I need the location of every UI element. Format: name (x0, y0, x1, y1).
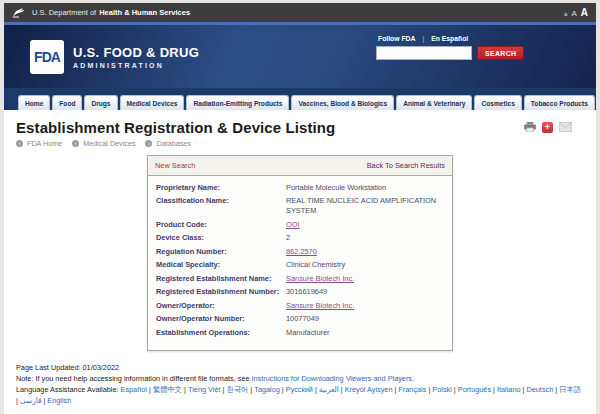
viewers-players-link[interactable]: Instructions for Downloading Viewers and… (252, 374, 415, 383)
dept-prefix[interactable]: U.S. Department of (32, 8, 96, 17)
language-link[interactable]: English (47, 396, 71, 405)
language-link[interactable]: 繁體中文 (153, 385, 182, 394)
breadcrumb-item[interactable]: Databases (156, 139, 190, 148)
hhs-top-bar: U.S. Department of Health & Human Servic… (4, 3, 596, 22)
agency-title: U.S. FOOD & DRUG (73, 45, 199, 60)
record-box-header: New Search Back To Search Results (148, 156, 452, 176)
font-size-small[interactable]: a (564, 11, 567, 17)
fda-logo[interactable]: FDA (30, 40, 64, 74)
font-size-large[interactable]: A (581, 7, 588, 18)
search-area: SEARCH (376, 46, 516, 60)
breadcrumb-item[interactable]: FDA Home (27, 139, 62, 148)
language-link[interactable]: Italiano (497, 385, 521, 394)
hhs-eagle-icon (12, 7, 26, 19)
field-label: Owner/Operator Number: (156, 314, 286, 324)
email-icon[interactable] (559, 122, 572, 132)
language-link[interactable]: Português (458, 385, 491, 394)
table-row: Registered Establishment Name:Sansure Bi… (156, 274, 444, 284)
font-size-controls: a A A (564, 7, 588, 18)
follow-fda-link[interactable]: Follow FDA (378, 35, 415, 42)
header-links: Follow FDA | En Español (378, 35, 516, 42)
field-label: Registered Establishment Name: (156, 274, 286, 284)
print-icon[interactable] (524, 122, 536, 132)
field-label: Medical Specialty: (156, 260, 286, 270)
table-row: Registered Establishment Number:30166196… (156, 287, 444, 297)
language-link[interactable]: Deutsch (526, 385, 553, 394)
field-value-link[interactable]: Sansure Biotech Inc. (286, 274, 444, 284)
agency-subtitle: ADMINISTRATION (73, 62, 199, 69)
language-prefix: Language Assistance Available: (16, 385, 121, 394)
language-link[interactable]: Français (398, 385, 426, 394)
dept-name[interactable]: Health & Human Services (99, 8, 190, 17)
field-label: Device Class: (156, 233, 286, 243)
table-row: Owner/Operator:Sansure Biotech Inc. (156, 301, 444, 311)
language-link[interactable]: فارسی (20, 396, 41, 405)
table-row: Product Code:OOI (156, 220, 444, 230)
language-assistance: Language Assistance Available: Español |… (16, 385, 584, 407)
page-action-icons: + (524, 122, 572, 133)
language-link[interactable]: Русский (286, 385, 313, 394)
back-to-results-link[interactable]: Back To Search Results (367, 161, 445, 170)
table-row: Establishment Operations:Manufacturer (156, 328, 444, 338)
language-link[interactable]: Tagalog (254, 385, 280, 394)
language-link[interactable]: العربية (319, 385, 339, 394)
en-espanol-link[interactable]: En Español (431, 35, 468, 42)
field-label: Regulation Number: (156, 247, 286, 257)
nav-tab-radiation-emitting-products[interactable]: Radiation-Emitting Products (186, 95, 289, 110)
main-nav: HomeFoodDrugsMedical DevicesRadiation-Em… (4, 88, 596, 110)
font-size-medium[interactable]: A (571, 9, 576, 18)
field-value: Clinical Chemistry (286, 260, 444, 270)
table-row: Owner/Operator Number:10077049 (156, 314, 444, 324)
field-value-link[interactable]: 862.2570 (286, 247, 444, 257)
last-updated: Page Last Updated: 01/03/2022 (16, 363, 584, 374)
table-row: Classification Name:REAL TIME NUCLEIC AC… (156, 196, 444, 216)
note-text: Note: If you need help accessing informa… (16, 374, 252, 383)
nav-tab-drugs[interactable]: Drugs (84, 95, 117, 110)
header-link-divider: | (422, 35, 424, 42)
nav-tab-vaccines-blood-biologics[interactable]: Vaccines, Blood & Biologics (291, 95, 394, 110)
nav-tab-cosmetics[interactable]: Cosmetics (474, 95, 521, 110)
search-input[interactable] (376, 46, 472, 60)
agency-name: U.S. FOOD & DRUG ADMINISTRATION (73, 45, 199, 69)
formats-note: Note: If you need help accessing informa… (16, 374, 584, 385)
field-label: Registered Establishment Number: (156, 287, 286, 297)
nav-tab-medical-devices[interactable]: Medical Devices (120, 95, 185, 110)
language-link[interactable]: 한국어 (226, 385, 248, 394)
share-icon[interactable]: + (542, 122, 553, 133)
table-row: Medical Specialty:Clinical Chemistry (156, 260, 444, 270)
language-link[interactable]: Kreyòl Ayisyen (345, 385, 393, 394)
table-row: Regulation Number:862.2570 (156, 247, 444, 257)
field-value-link[interactable]: OOI (286, 220, 444, 230)
table-row: Device Class:2 (156, 233, 444, 243)
page-frame: U.S. Department of Health & Human Servic… (4, 3, 596, 414)
field-value: Manufacturer (286, 328, 444, 338)
detail-table: Proprietary Name:Portable Molecule Works… (148, 176, 452, 350)
footer-info: Page Last Updated: 01/03/2022 Note: If y… (16, 363, 584, 414)
field-label: Classification Name: (156, 196, 286, 216)
field-value-link[interactable]: Sansure Biotech Inc. (286, 301, 444, 311)
language-link[interactable]: 日本語 (559, 385, 581, 394)
field-value: 2 (286, 233, 444, 243)
search-button[interactable]: SEARCH (477, 46, 524, 60)
breadcrumb-arrow-icon: › (145, 140, 152, 147)
table-row: Proprietary Name:Portable Molecule Works… (156, 183, 444, 193)
header-right: Follow FDA | En Español SEARCH (376, 35, 516, 60)
field-label: Product Code: (156, 220, 286, 230)
device-record-box: New Search Back To Search Results Propri… (147, 155, 453, 351)
nav-tab-home[interactable]: Home (18, 95, 50, 110)
language-link[interactable]: Polski (432, 385, 451, 394)
nav-tab-food[interactable]: Food (52, 95, 82, 110)
field-label: Establishment Operations: (156, 328, 286, 338)
field-value: Portable Molecule Workstation (286, 183, 444, 193)
language-link[interactable]: Tiếng Việt (188, 385, 220, 394)
new-search-link[interactable]: New Search (155, 161, 195, 170)
main-content: Establishment Registration & Device List… (4, 110, 596, 414)
breadcrumb-arrow-icon: › (16, 140, 23, 147)
breadcrumb-item[interactable]: Medical Devices (83, 139, 135, 148)
field-value: 10077049 (286, 314, 444, 324)
nav-tab-tobacco-products[interactable]: Tobacco Products (524, 95, 595, 110)
language-link[interactable]: Español (121, 385, 147, 394)
nav-tab-animal-veterinary[interactable]: Animal & Veterinary (396, 95, 472, 110)
field-label: Proprietary Name: (156, 183, 286, 193)
breadcrumb: ›FDA Home›Medical Devices›Databases (16, 139, 584, 148)
